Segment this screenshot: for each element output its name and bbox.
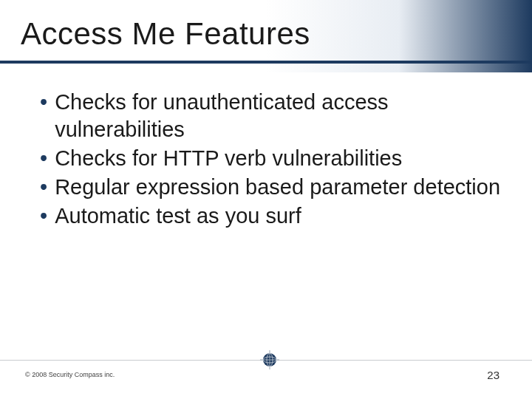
bullet-text: Automatic test as you surf xyxy=(55,202,502,230)
content-area: • Checks for unauthenticated access vuln… xyxy=(40,89,502,232)
bullet-item: • Checks for HTTP verb vulnerabilities xyxy=(40,145,502,172)
slide-title: Access Me Features xyxy=(21,16,310,52)
page-number: 23 xyxy=(487,369,499,381)
bullet-item: • Automatic test as you surf xyxy=(40,202,502,230)
slide: Access Me Features • Checks for unauthen… xyxy=(0,0,532,399)
bullet-item: • Regular expression based parameter det… xyxy=(40,174,502,201)
bullet-text: Checks for HTTP verb vulnerabilities xyxy=(55,145,502,172)
bullet-text: Checks for unauthenticated access vulner… xyxy=(55,89,502,143)
bullet-dot-icon: • xyxy=(40,202,47,230)
globe-icon xyxy=(260,350,279,369)
copyright-text: © 2008 Security Compass inc. xyxy=(25,371,115,378)
bullet-text: Regular expression based parameter detec… xyxy=(55,174,502,201)
bullet-dot-icon: • xyxy=(40,145,47,172)
bullet-dot-icon: • xyxy=(40,89,47,116)
bullet-item: • Checks for unauthenticated access vuln… xyxy=(40,89,502,143)
bullet-dot-icon: • xyxy=(40,174,47,201)
title-underline xyxy=(0,61,532,64)
